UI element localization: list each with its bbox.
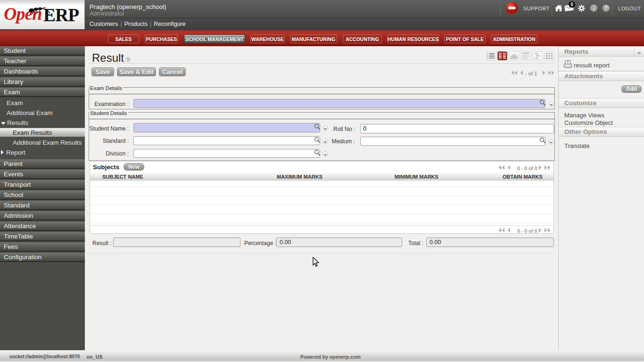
svg-text:i: i (593, 6, 594, 11)
svg-text:0: 0 (570, 2, 573, 7)
svg-text:?: ? (604, 6, 607, 11)
